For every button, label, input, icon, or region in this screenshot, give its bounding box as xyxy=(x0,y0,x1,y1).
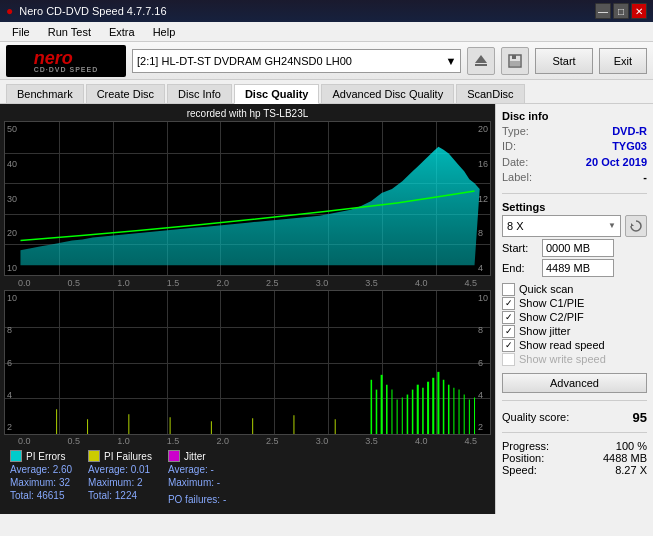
tab-scan-disc[interactable]: ScanDisc xyxy=(456,84,524,103)
checkboxes-section: Quick scan Show C1/PIE Show C2/PIF Show … xyxy=(502,283,647,367)
progress-row: Progress: 100 % xyxy=(502,440,647,452)
disc-label-value: - xyxy=(643,170,647,185)
pi-failures-color xyxy=(88,450,100,462)
jitter-max: Maximum: - xyxy=(168,477,226,488)
jitter-max-value: - xyxy=(217,477,220,488)
bottom-chart-svg xyxy=(5,291,490,434)
tab-disc-quality[interactable]: Disc Quality xyxy=(234,84,320,104)
show-c2-pif-checkbox[interactable] xyxy=(502,311,515,324)
po-failures-value: - xyxy=(223,494,226,505)
start-input[interactable]: 0000 MB xyxy=(542,239,614,257)
progress-label: Progress: xyxy=(502,440,549,452)
main-content: recorded with hp TS-LB23L xyxy=(0,104,653,514)
title-bar: ● Nero CD-DVD Speed 4.7.7.16 — □ ✕ xyxy=(0,0,653,22)
pi-failures-max-value: 2 xyxy=(137,477,143,488)
tab-disc-info[interactable]: Disc Info xyxy=(167,84,232,103)
show-c2-pif-row[interactable]: Show C2/PIF xyxy=(502,311,647,324)
quick-scan-checkbox[interactable] xyxy=(502,283,515,296)
pi-failures-header: PI Failures xyxy=(88,450,152,462)
speed-value: 8 X xyxy=(507,220,524,232)
title-bar-controls: — □ ✕ xyxy=(595,3,647,19)
speed-dropdown-arrow: ▼ xyxy=(608,221,616,230)
drive-selector[interactable]: [2:1] HL-DT-ST DVDRAM GH24NSD0 LH00 ▼ xyxy=(132,49,461,73)
pi-failures-total-value: 1224 xyxy=(115,490,137,501)
pi-errors-total: Total: 46615 xyxy=(10,490,72,501)
show-jitter-row[interactable]: Show jitter xyxy=(502,325,647,338)
save-button[interactable] xyxy=(501,47,529,75)
disc-date-value: 20 Oct 2019 xyxy=(586,155,647,170)
pi-errors-avg-value: 2.60 xyxy=(53,464,72,475)
drive-label: [2:1] HL-DT-ST DVDRAM GH24NSD0 LH00 xyxy=(137,55,352,67)
settings-refresh-button[interactable] xyxy=(625,215,647,237)
bottom-chart-x: 0.0 0.5 1.0 1.5 2.0 2.5 3.0 3.5 4.0 4.5 xyxy=(4,436,491,446)
quick-scan-row[interactable]: Quick scan xyxy=(502,283,647,296)
menu-run-test[interactable]: Run Test xyxy=(40,24,99,40)
tab-create-disc[interactable]: Create Disc xyxy=(86,84,165,103)
menu-help[interactable]: Help xyxy=(145,24,184,40)
pi-errors-color xyxy=(10,450,22,462)
close-button[interactable]: ✕ xyxy=(631,3,647,19)
minimize-button[interactable]: — xyxy=(595,3,611,19)
quality-score-label: Quality score: xyxy=(502,411,569,423)
pi-failures-label: PI Failures xyxy=(104,451,152,462)
app-title: Nero CD-DVD Speed 4.7.7.16 xyxy=(19,5,166,17)
svg-marker-34 xyxy=(631,223,634,226)
show-read-speed-label: Show read speed xyxy=(519,339,605,351)
save-icon xyxy=(507,53,523,69)
quality-score-row: Quality score: 95 xyxy=(502,410,647,425)
jitter-header: Jitter xyxy=(168,450,226,462)
settings-title: Settings xyxy=(502,201,647,213)
position-value: 4488 MB xyxy=(603,452,647,464)
pi-errors-avg: Average: 2.60 xyxy=(10,464,72,475)
end-value: 4489 MB xyxy=(546,262,590,274)
speed-value: 8.27 X xyxy=(615,464,647,476)
top-chart: 50 40 30 20 10 20 16 12 8 4 xyxy=(4,121,491,276)
tab-benchmark[interactable]: Benchmark xyxy=(6,84,84,103)
show-jitter-label: Show jitter xyxy=(519,325,570,337)
disc-info-section: Disc info Type: DVD-R ID: TYG03 Date: 20… xyxy=(502,110,647,186)
eject-icon xyxy=(473,53,489,69)
pi-errors-label: PI Errors xyxy=(26,451,65,462)
exit-button[interactable]: Exit xyxy=(599,48,647,74)
divider-2 xyxy=(502,400,647,401)
tab-advanced-disc-quality[interactable]: Advanced Disc Quality xyxy=(321,84,454,103)
app-icon: ● xyxy=(6,4,13,18)
advanced-button[interactable]: Advanced xyxy=(502,373,647,393)
title-bar-left: ● Nero CD-DVD Speed 4.7.7.16 xyxy=(6,4,167,18)
show-c1-pie-row[interactable]: Show C1/PIE xyxy=(502,297,647,310)
menu-bar: File Run Test Extra Help xyxy=(0,22,653,42)
bottom-chart-y-right: 10 8 6 4 2 xyxy=(478,291,488,434)
show-write-speed-label: Show write speed xyxy=(519,353,606,365)
speed-row: 8 X ▼ xyxy=(502,215,647,237)
toolbar: nero CD·DVD SPEED [2:1] HL-DT-ST DVDRAM … xyxy=(0,42,653,80)
progress-value: 100 % xyxy=(616,440,647,452)
show-c1-pie-checkbox[interactable] xyxy=(502,297,515,310)
jitter-avg-value: - xyxy=(211,464,214,475)
menu-extra[interactable]: Extra xyxy=(101,24,143,40)
disc-id-row: ID: TYG03 xyxy=(502,139,647,154)
legend-pi-errors: PI Errors Average: 2.60 Maximum: 32 Tota… xyxy=(10,450,72,505)
end-input[interactable]: 4489 MB xyxy=(542,259,614,277)
show-jitter-checkbox[interactable] xyxy=(502,325,515,338)
svg-rect-1 xyxy=(475,64,487,66)
disc-date-label: Date: xyxy=(502,155,528,170)
jitter-label: Jitter xyxy=(184,451,206,462)
right-panel: Disc info Type: DVD-R ID: TYG03 Date: 20… xyxy=(495,104,653,514)
pi-failures-avg: Average: 0.01 xyxy=(88,464,152,475)
pi-failures-max: Maximum: 2 xyxy=(88,477,152,488)
pi-failures-total: Total: 1224 xyxy=(88,490,152,501)
legend-pi-failures: PI Failures Average: 0.01 Maximum: 2 Tot… xyxy=(88,450,152,505)
pi-errors-max: Maximum: 32 xyxy=(10,477,72,488)
maximize-button[interactable]: □ xyxy=(613,3,629,19)
top-chart-svg xyxy=(5,122,490,275)
end-label: End: xyxy=(502,262,538,274)
quality-score-value: 95 xyxy=(633,410,647,425)
show-c2-pif-label: Show C2/PIF xyxy=(519,311,584,323)
menu-file[interactable]: File xyxy=(4,24,38,40)
show-read-speed-checkbox[interactable] xyxy=(502,339,515,352)
settings-section: Settings 8 X ▼ Start: 0000 MB xyxy=(502,201,647,279)
start-button[interactable]: Start xyxy=(535,48,592,74)
speed-selector[interactable]: 8 X ▼ xyxy=(502,215,621,237)
eject-button[interactable] xyxy=(467,47,495,75)
show-read-speed-row[interactable]: Show read speed xyxy=(502,339,647,352)
